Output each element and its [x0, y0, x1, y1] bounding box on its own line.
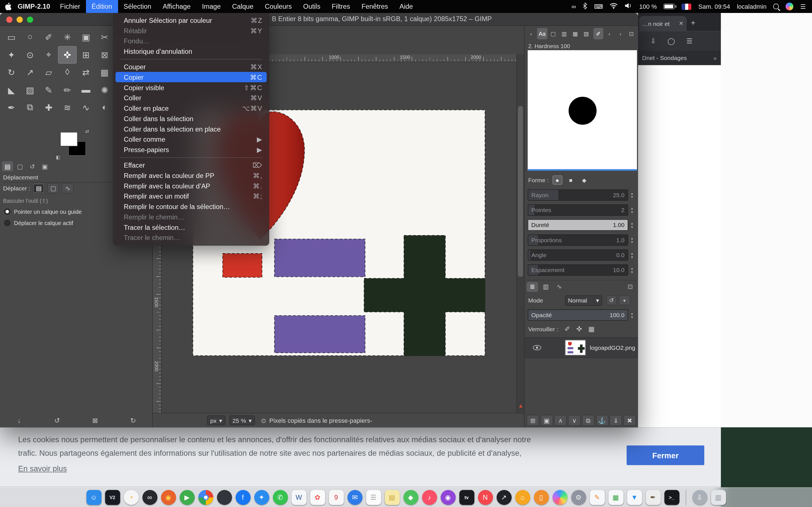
app-name[interactable]: GIMP-2.10 — [17, 3, 50, 10]
tool-scale[interactable]: ↗ — [20, 64, 39, 81]
tool-options-tab[interactable]: ▤ — [2, 161, 13, 171]
tool-ellipse-select[interactable]: ○ — [20, 29, 39, 46]
slider-espacement[interactable]: Espacement10.0 — [528, 265, 628, 276]
paintbrush-tool-icon[interactable]: ✐ — [593, 28, 603, 39]
dock-icon-downloads[interactable]: ⇩ — [692, 490, 707, 505]
dock-icon-facebook[interactable]: f — [236, 490, 250, 505]
raise-layer-button[interactable]: ∧ — [554, 415, 567, 426]
foreground-color-swatch[interactable] — [60, 132, 78, 146]
dock-icon-music[interactable]: ♪ — [422, 490, 437, 505]
layer-thumbnail[interactable] — [565, 340, 586, 355]
menu-aide[interactable]: Aide — [394, 0, 419, 13]
lower-layer-button[interactable]: ∨ — [568, 415, 580, 426]
tool-rectangle-select[interactable]: ▭ — [2, 29, 20, 46]
tool-measure[interactable]: ⌖ — [40, 46, 58, 63]
menu-item-copier[interactable]: Copier⌘C — [116, 72, 267, 82]
tool-clone[interactable]: ⧉ — [20, 99, 39, 116]
shape-circle-button[interactable]: ● — [552, 175, 562, 185]
dock-icon-tv[interactable]: tv — [459, 490, 474, 505]
slider-spinner[interactable]: ▲▼ — [628, 189, 636, 201]
mode-switch-icon[interactable]: ▾ — [619, 295, 630, 305]
slider-spinner[interactable]: ▲▼ — [628, 205, 636, 216]
dock-icon-green-app[interactable]: ▶ — [179, 490, 194, 505]
tool-heal[interactable]: ✚ — [40, 99, 58, 116]
dock-icon-dark-app[interactable] — [217, 490, 232, 505]
dock-icon-word[interactable]: W — [291, 490, 306, 505]
tool-perspective[interactable]: ◊ — [58, 64, 77, 81]
menu-item-remplir-le-contour-de-la-selection[interactable]: Remplir le contour de la sélection… — [116, 201, 267, 212]
dock-icon-whatsapp[interactable]: ✆ — [273, 490, 288, 505]
shape-diamond-button[interactable]: ◆ — [579, 175, 589, 185]
duplicate-layer-button[interactable]: ⧉ — [582, 415, 594, 426]
reset-tool-options-icon[interactable]: ↻ — [126, 415, 140, 425]
tool-ink[interactable]: ✒ — [2, 99, 20, 116]
volume-icon[interactable] — [625, 3, 633, 10]
zoom-select[interactable]: 25 % ▾ — [230, 415, 255, 425]
dock-icon-chrome[interactable] — [198, 490, 213, 505]
dock-icon-firefox[interactable]: ◉ — [161, 490, 175, 505]
tool-color-picker[interactable]: ✦ — [2, 46, 20, 63]
tool-pencil[interactable]: ✎ — [40, 81, 58, 99]
tab-scroll-left2-icon[interactable]: ‹ — [605, 28, 614, 39]
default-colors-icon[interactable]: ◧ — [56, 155, 60, 160]
new-group-button[interactable]: ▣ — [541, 415, 553, 426]
menu-item-coller[interactable]: Coller⌘V — [116, 93, 267, 103]
slider-spinner[interactable]: ▲▼ — [628, 249, 636, 261]
browser-menu-icon[interactable]: ☰ — [687, 37, 693, 45]
menu-affichage[interactable]: Affichage — [157, 0, 197, 13]
mode-dropdown[interactable]: Normal ▾ — [565, 295, 602, 305]
restore-tool-options-icon[interactable]: ↺ — [50, 415, 64, 425]
dock-icon-podcasts[interactable]: ◉ — [441, 490, 455, 505]
tab-close-icon[interactable]: ✕ — [679, 20, 684, 27]
minimize-window-button[interactable] — [17, 16, 23, 22]
move-layer-button[interactable]: ▤ — [33, 183, 45, 193]
menu-item-remplir-avec-un-motif[interactable]: Remplir avec un motif⌘; — [116, 191, 267, 202]
tab-scroll-left-icon[interactable]: ‹ — [526, 28, 536, 39]
keyboard-icon[interactable]: ⌨ — [594, 3, 603, 10]
pane-splitter[interactable] — [528, 169, 637, 171]
dock-icon-loop-app[interactable]: ∞ — [142, 490, 157, 505]
new-tab-icon[interactable]: + — [691, 18, 695, 27]
scroll-nav-icon[interactable]: ▲ — [518, 402, 523, 409]
shape-square-button[interactable]: ■ — [566, 175, 576, 185]
menu-item-annuler-selection-par-couleur[interactable]: Annuler Sélection par couleur⌘Z — [116, 15, 267, 25]
slider-rayon[interactable]: Rayon25.0 — [528, 189, 628, 201]
undo-history-tab[interactable]: ↺ — [27, 161, 38, 171]
slider-spinner[interactable]: ▲▼ — [628, 265, 636, 276]
paths-tab[interactable]: ∿ — [553, 282, 565, 291]
opacity-slider[interactable]: Opacité 100.0 — [528, 309, 628, 321]
slider-proportions[interactable]: Proportions1.0 — [528, 234, 628, 245]
menu-fichier[interactable]: Fichier — [54, 0, 86, 13]
menubar-user[interactable]: localadmin — [737, 3, 766, 10]
opacity-spinner[interactable]: ▲▼ — [628, 309, 636, 321]
dock-icon-pages[interactable]: ✎ — [590, 490, 605, 505]
menu-item-effacer[interactable]: Effacer⌦ — [116, 160, 267, 170]
channels-tab[interactable]: ▥ — [540, 282, 552, 291]
dock-icon-calendar[interactable]: 9 — [328, 490, 343, 505]
tool-eraser[interactable]: ▬ — [77, 81, 95, 99]
layer-row[interactable]: logoapdGO2.png — [525, 337, 638, 358]
tool-gradient[interactable]: ▨ — [20, 81, 39, 99]
browser-tab[interactable]: …n noir et ✕ — [639, 16, 687, 31]
tool-scissors-select[interactable]: ✂ — [95, 29, 114, 46]
menu-couleurs[interactable]: Couleurs — [259, 0, 297, 13]
images-tab[interactable]: ▣ — [40, 161, 50, 171]
spotlight-search-icon[interactable] — [773, 4, 779, 9]
layers-tab[interactable]: ≣ — [527, 282, 538, 291]
menu-item-coller-dans-la-selection-en-place[interactable]: Coller dans la sélection en place — [116, 124, 267, 134]
save-tool-options-icon[interactable]: ↓ — [12, 415, 26, 425]
dock-menu-icon[interactable]: ⊡ — [626, 28, 637, 39]
tool-cage-transform[interactable]: ▦ — [95, 64, 114, 81]
dock-icon-siri[interactable] — [552, 490, 567, 505]
tool-select-by-color[interactable]: ▣ — [77, 29, 95, 46]
apple-menu-icon[interactable] — [0, 3, 15, 10]
radio-icon[interactable] — [4, 220, 10, 226]
cookie-learn-more-link[interactable]: En savoir plus — [18, 464, 67, 473]
dock-icon-trash[interactable]: ▥ — [711, 490, 726, 505]
swap-colors-icon[interactable]: ⇄ — [85, 129, 89, 134]
dock-icon-reminders[interactable]: ☰ — [366, 490, 381, 505]
menu-item-remplir-avec-la-couleur-de-pp[interactable]: Remplir avec la couleur de PP⌘, — [116, 170, 267, 180]
tool-bucket-fill[interactable]: ◣ — [2, 81, 20, 99]
dock-icon-finder[interactable]: ☺ — [86, 490, 101, 505]
lock-pixels-icon[interactable]: ✐ — [564, 325, 570, 333]
